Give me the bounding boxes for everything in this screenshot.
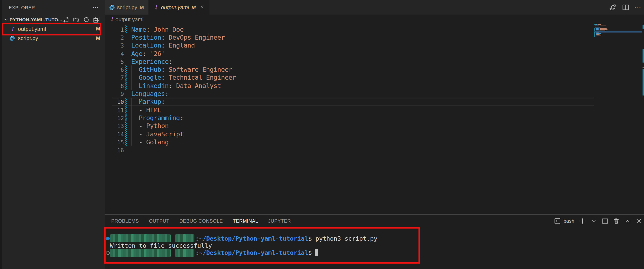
tab-output.yaml[interactable]: !output.yamlM: [148, 0, 210, 14]
indent-guide: [132, 138, 132, 146]
trash-icon[interactable]: [613, 218, 620, 224]
redacted-user-host: [110, 234, 171, 242]
open-changes-icon[interactable]: [609, 4, 616, 11]
ruler-modified-mark: [642, 69, 644, 95]
close-icon[interactable]: [635, 218, 642, 224]
new-file-icon[interactable]: [63, 16, 70, 23]
code-line-2: 2Position: DevOps Engineer: [104, 34, 644, 42]
indent-guide: [132, 122, 132, 130]
line-number: 6: [104, 66, 124, 73]
panel-tab-problems[interactable]: PROBLEMS: [111, 218, 139, 223]
yaml-colon: :: [168, 82, 172, 90]
code-text: Name: John Doe: [131, 26, 184, 33]
file-row-script.py[interactable]: script.pyM: [2, 34, 104, 43]
chevron-down-icon[interactable]: [590, 218, 597, 224]
minimap-text-bar: [596, 34, 596, 35]
gutter-modified-indicator: [125, 130, 127, 138]
line-number: 12: [104, 115, 124, 121]
code-text: - Golang: [131, 138, 168, 146]
chevron-down-icon: [3, 16, 9, 22]
panel-tab-jupyter[interactable]: JUPYTER: [268, 218, 291, 223]
file-list: !output.yamlMscript.pyM: [2, 24, 104, 43]
minimap[interactable]: [594, 24, 642, 216]
yaml-colon: :: [142, 50, 146, 57]
yaml-list-value: Golang: [146, 138, 169, 146]
prompt-colon: :: [195, 250, 199, 256]
minimap-text-bar: [595, 25, 599, 26]
minimap-text-bar: [595, 26, 599, 26]
minimap-text-bar: [599, 28, 607, 29]
ruler-modified-mark: [642, 24, 644, 29]
editor-group: script.pyM!output.yamlM ⋯ ! output.yaml …: [104, 0, 644, 269]
yaml-key: GitHub: [139, 66, 161, 74]
breadcrumb[interactable]: ! output.yaml: [104, 14, 644, 24]
refresh-explorer-icon[interactable]: [83, 16, 90, 23]
gutter-modified-indicator: [125, 66, 127, 74]
folder-section-header[interactable]: PYTHON-YAML-TUTO...: [2, 14, 104, 24]
code-line-7: 7 Google: Technical Engineer: [104, 74, 644, 82]
line-number: 10: [104, 99, 124, 105]
terminal-line: :~/Desktop/Python-yaml-tutorial$ python3…: [104, 235, 641, 242]
minimap-text-bar: [597, 32, 599, 33]
split-editor-icon[interactable]: [602, 218, 608, 224]
yaml-list-value: JavaScript: [146, 130, 184, 138]
gutter-modified-indicator: [125, 74, 127, 82]
modified-badge: M: [192, 4, 196, 10]
code-line-14: 14 - JavaScript: [104, 130, 644, 138]
file-name: output.yaml: [18, 26, 96, 32]
folder-name: PYTHON-YAML-TUTO...: [10, 17, 63, 22]
line-number: 1: [104, 26, 124, 33]
close-icon[interactable]: [198, 4, 205, 11]
split-editor-icon[interactable]: [622, 4, 629, 11]
code-line-3: 3Location: England: [104, 42, 644, 50]
new-folder-icon[interactable]: [73, 16, 80, 23]
yaml-key: Position: [131, 34, 161, 41]
collapse-folders-icon[interactable]: [93, 16, 100, 23]
line-number: 11: [104, 106, 124, 113]
line-number: 13: [104, 122, 124, 129]
code-text: Programming:: [131, 114, 184, 122]
panel-tab-debug-console[interactable]: DEBUG CONSOLE: [180, 218, 223, 223]
gutter-modified-indicator: [125, 42, 127, 50]
chevron-up-icon[interactable]: [624, 218, 631, 224]
yaml-colon: :: [161, 34, 165, 41]
panel-tab-output[interactable]: OUTPUT: [149, 218, 170, 223]
minimap-text-bar: [600, 30, 606, 31]
yaml-key: Location: [131, 42, 161, 49]
terminal-icon: [554, 218, 561, 224]
prompt-decoration-icon[interactable]: [106, 251, 110, 254]
minimap-text-bar: [597, 34, 600, 35]
gutter-modified-indicator: [125, 90, 127, 98]
code-line-1: 1Name: John Doe: [104, 26, 644, 34]
file-row-output.yaml[interactable]: !output.yamlM: [2, 24, 104, 34]
plus-icon[interactable]: [579, 218, 586, 224]
yaml-value: '26': [146, 50, 165, 57]
explorer-action-buttons: [63, 16, 100, 23]
more-actions-icon[interactable]: ⋯: [634, 4, 642, 11]
shell-selector[interactable]: bash: [554, 218, 574, 224]
gutter-modified-indicator: [125, 122, 127, 130]
yaml-colon: :: [161, 42, 165, 49]
yaml-value: Data Analyst: [172, 82, 221, 90]
code-text: GitHub: Software Engineer: [131, 66, 232, 74]
modified-badge: M: [96, 36, 100, 41]
yaml-colon: :: [161, 98, 165, 106]
yaml-colon: :: [161, 74, 165, 82]
panel-tab-terminal[interactable]: TERMINAL: [233, 218, 258, 223]
yaml-key: Google: [139, 74, 161, 82]
minimap-text-bar: [595, 28, 600, 28]
code-editor[interactable]: 1Name: John Doe2Position: DevOps Enginee…: [104, 24, 644, 216]
command-decoration-icon[interactable]: [106, 237, 110, 240]
code-text: - JavaScript: [131, 130, 184, 138]
terminal-cursor: [315, 250, 318, 256]
yaml-value: Software Engineer: [165, 66, 232, 74]
tab-label: script.py: [117, 4, 137, 10]
terminal-output[interactable]: :~/Desktop/Python-yaml-tutorial$ python3…: [104, 235, 641, 256]
code-text: Experience:: [131, 58, 172, 66]
code-line-12: 12 Programming:: [104, 114, 644, 122]
explorer-more-actions-icon[interactable]: ⋯: [92, 5, 99, 10]
tab-script.py[interactable]: script.pyM: [104, 0, 148, 14]
shell-label: bash: [564, 218, 574, 224]
breadcrumb-filename: output.yaml: [116, 16, 144, 22]
yaml-dash: -: [139, 106, 146, 114]
